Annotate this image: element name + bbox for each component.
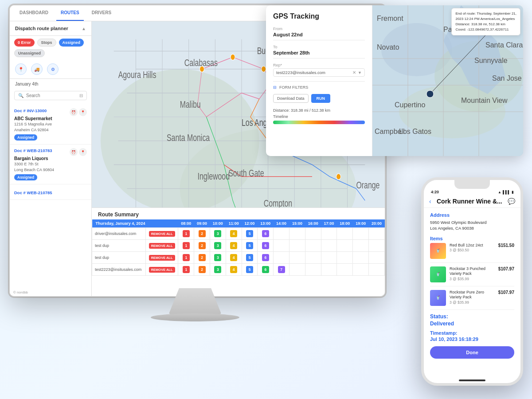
time-slot-cell (337, 228, 353, 240)
search-icon: 🔍 (18, 93, 23, 98)
signal-icon: ▌▌▌ (503, 190, 510, 194)
phone-item-price-2: $107.97 (498, 266, 514, 271)
card-city-state-2: Long Beach CA 90804 (14, 167, 87, 173)
cell-number-badge: 1 (183, 242, 190, 249)
card-status-badge-2: Assigned (14, 174, 37, 180)
remove-all-button[interactable]: REMOVE ALL (149, 231, 175, 237)
phone-item-name-1: Red Bull 12oz 24ct (450, 243, 495, 248)
gps-rep-dropdown-icon[interactable]: ▼ (358, 70, 362, 75)
th-1600: 16:00 (305, 219, 321, 228)
card-address-1: 1216 S Magnolia Ave (14, 121, 87, 127)
svg-text:Orange: Orange (356, 180, 379, 191)
phone-back-button[interactable]: ‹ (429, 198, 431, 205)
search-box[interactable]: 🔍 ⊟ (14, 91, 87, 100)
phone-frame: 4:20 ▲ ▌▌▌ ▮ ‹ Cork Runner Wine &... 💬 A… (421, 177, 523, 386)
gps-form-panel: GPS Tracking ✕ From August 22nd To Septe… (266, 5, 372, 156)
cell-number-badge: 3 (214, 242, 221, 249)
remove-all-button[interactable]: REMOVE ALL (149, 267, 175, 273)
time-slot-cell: 3 (210, 264, 226, 276)
time-slot-cell (353, 228, 369, 240)
svg-text:Agoura Hills: Agoura Hills (118, 70, 156, 80)
sidebar-title: Dispatch route planner (15, 26, 68, 31)
time-slot-cell (369, 252, 385, 264)
phone-item-img-1: 🥤 (430, 243, 446, 259)
remove-all-cell: REMOVE ALL (145, 252, 178, 264)
watermark: © nordbb (13, 290, 28, 294)
time-slot-cell: 2 (194, 252, 210, 264)
stops-badge[interactable]: Stops (37, 39, 56, 47)
tab-drivers[interactable]: DRIVERS (87, 5, 116, 21)
cell-number-badge: 6 (262, 254, 269, 261)
phone-item-img-3: 🥤 (430, 290, 446, 306)
gps-to-value: September 28th (273, 50, 365, 59)
time-slot-cell: 4 (226, 264, 242, 276)
time-slot-cell (353, 240, 369, 252)
route-card-3[interactable]: Doc # WEB-210785 (10, 184, 91, 200)
card-doc-link-2[interactable]: Doc # WEB-210783 (14, 148, 52, 153)
gps-map-panel: Fremont Novato Palo Alto Mountain View S… (372, 5, 523, 156)
remove-all-cell: REMOVE ALL (145, 264, 178, 276)
settings-icon-btn[interactable]: ⚙ (47, 63, 59, 75)
gps-rep-remove-icon[interactable]: ✕ (352, 70, 356, 75)
phone-device: 4:20 ▲ ▌▌▌ ▮ ‹ Cork Runner Wine &... 💬 A… (421, 177, 523, 386)
search-input[interactable] (26, 93, 77, 98)
card-clock-icon-2: ⏰ (70, 148, 78, 156)
phone-done-button[interactable]: Done (430, 346, 514, 359)
card-doc-link-1[interactable]: Doc # INV-13000 (14, 108, 47, 113)
time-slot-cell (369, 240, 385, 252)
th-0800: 08:00 (178, 219, 194, 228)
tab-dashboard[interactable]: DASHBOARD (15, 5, 53, 21)
svg-text:Inglewood: Inglewood (198, 171, 230, 182)
gps-form-filters: ⊟ FORM FILTERS (273, 81, 365, 90)
card-city-state-1: Anaheim CA 92804 (14, 127, 87, 133)
phone-page-title: Cork Runner Wine &... (434, 198, 505, 205)
phone-home-indicator[interactable] (459, 379, 485, 381)
truck-icon-btn[interactable]: 🚚 (31, 63, 43, 75)
svg-point-58 (426, 90, 434, 98)
svg-text:Santa Monica: Santa Monica (167, 132, 210, 143)
unassigned-badge[interactable]: Unassigned (14, 49, 45, 57)
svg-text:South Gate: South Gate (228, 168, 264, 179)
cell-number-badge: 2 (199, 242, 206, 249)
remove-all-button[interactable]: REMOVE ALL (149, 243, 175, 249)
phone-chat-icon[interactable]: 💬 (508, 198, 515, 205)
card-location-icon-1: 📍 (79, 108, 87, 116)
phone-item-details-3: Rockstar Pure Zero Variety Pack 3 @ $35.… (450, 290, 495, 305)
cell-number-badge: 3 (214, 254, 221, 261)
cell-number-badge: 4 (230, 254, 237, 261)
svg-text:San Jose: San Jose (492, 74, 522, 82)
phone-item-img-2: 🥤 (430, 266, 446, 282)
tab-routes[interactable]: ROUTES (56, 5, 84, 21)
gps-from-value: August 22nd (273, 32, 365, 40)
error-badge[interactable]: 0 Error (14, 39, 35, 47)
gps-distance: Distance: 318.38 mi / 512.38 km (273, 108, 365, 113)
download-data-button[interactable]: Download Data (273, 94, 309, 103)
location-icon-btn[interactable]: 📍 (15, 63, 27, 75)
cell-number-badge: 3 (214, 230, 221, 237)
driver-name-cell: test2223@insitusales.com (92, 264, 146, 276)
assigned-badge[interactable]: Assigned (59, 39, 84, 47)
sidebar-header: Dispatch route planner ▲ (10, 21, 91, 36)
time-slot-cell: 2 (194, 240, 210, 252)
cell-number-badge: 3 (214, 266, 221, 273)
card-doc-link-3[interactable]: Doc # WEB-210785 (14, 190, 52, 195)
cell-number-badge: 6 (262, 242, 269, 249)
time-slot-cell: 6 (258, 228, 274, 240)
phone-nav-bar: ‹ Cork Runner Wine &... 💬 (424, 195, 520, 208)
svg-text:Compton: Compton (264, 198, 293, 208)
card-clock-icon-1: ⏰ (70, 108, 78, 116)
phone-status-label: Status: (430, 313, 514, 320)
time-slot-cell (289, 228, 305, 240)
driver-name-cell: test dup (92, 240, 146, 252)
cell-number-badge: 2 (199, 254, 206, 261)
phone-status-value: Delivered (430, 321, 514, 327)
phone-screen: 4:20 ▲ ▌▌▌ ▮ ‹ Cork Runner Wine &... 💬 A… (424, 180, 520, 383)
remove-all-button[interactable]: REMOVE ALL (149, 255, 175, 261)
cell-number-badge: 2 (199, 266, 206, 273)
run-button[interactable]: RUN (311, 94, 331, 103)
route-card-1[interactable]: Doc # INV-13000 ⏰ 📍 ABC Supermarket 1216… (10, 105, 91, 145)
time-slot-cell (321, 264, 337, 276)
time-slot-cell (369, 228, 385, 240)
route-card-2[interactable]: Doc # WEB-210783 ⏰ 📍 Bargain Liquors 330… (10, 145, 91, 184)
svg-text:Malibu: Malibu (180, 99, 201, 110)
